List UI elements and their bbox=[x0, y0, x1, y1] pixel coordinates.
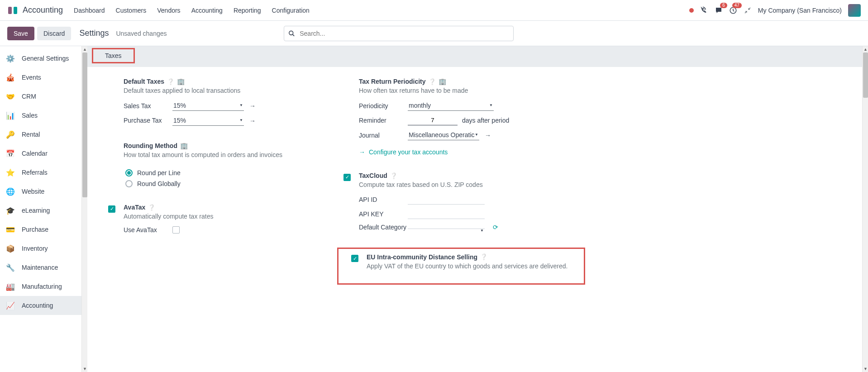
svg-rect-0 bbox=[8, 7, 12, 14]
journal-link-icon[interactable]: → bbox=[485, 132, 491, 139]
reminder-input[interactable] bbox=[408, 115, 458, 125]
sidebar-item-crm[interactable]: 🤝CRM bbox=[0, 87, 81, 106]
company-switcher[interactable]: My Company (San Francisco) bbox=[758, 7, 842, 14]
sidebar-item-elearning[interactable]: 🎓eLearning bbox=[0, 201, 81, 220]
default-category-label: Default Category bbox=[359, 224, 408, 231]
nav-reporting[interactable]: Reporting bbox=[234, 7, 261, 14]
purchase-icon: 💳 bbox=[5, 224, 15, 234]
nav-configuration[interactable]: Configuration bbox=[272, 7, 310, 14]
sales-tax-link-icon[interactable]: → bbox=[249, 102, 256, 110]
app-logo-icon[interactable] bbox=[7, 5, 18, 16]
purchase-tax-link-icon[interactable]: → bbox=[249, 117, 256, 124]
search-icon bbox=[288, 30, 295, 37]
sidebar-item-purchase[interactable]: 💳Purchase bbox=[0, 220, 81, 239]
sales-tax-label: Sales Tax bbox=[124, 102, 172, 110]
search-wrap bbox=[284, 26, 514, 41]
avatax-block: ✓ AvaTax ❔ Automatically compute tax rat… bbox=[124, 204, 341, 234]
sidebar-item-manufacturing[interactable]: 🏭Manufacturing bbox=[0, 277, 81, 296]
sidebar-item-label: Website bbox=[22, 188, 44, 195]
configure-tax-accounts-link[interactable]: → Configure your tax accounts bbox=[359, 148, 448, 156]
sidebar-item-label: Purchase bbox=[22, 226, 48, 233]
eu-distance-checkbox[interactable]: ✓ bbox=[351, 255, 358, 262]
rounding-title: Rounding Method bbox=[124, 142, 177, 149]
periodicity-select[interactable]: monthly bbox=[408, 100, 494, 111]
sidebar-item-label: General Settings bbox=[22, 55, 69, 62]
elearning-icon: 🎓 bbox=[5, 205, 15, 215]
inventory-icon: 📦 bbox=[5, 243, 15, 253]
journal-select[interactable]: Miscellaneous Operatic bbox=[408, 130, 479, 140]
user-avatar[interactable] bbox=[848, 4, 861, 17]
sidebar-item-rental[interactable]: 🔑Rental bbox=[0, 125, 81, 144]
sales-tax-select[interactable]: 15% bbox=[172, 100, 244, 111]
sidebar-item-label: Rental bbox=[22, 131, 40, 138]
help-icon[interactable]: ❔ bbox=[148, 204, 155, 211]
eu-distance-block: ✓ EU Intra-community Distance Selling ❔ … bbox=[367, 253, 577, 270]
tax-return-block: Tax Return Periodicity ❔ 🏢 How often tax… bbox=[359, 78, 576, 156]
sidebar-item-maintenance[interactable]: 🔧Maintenance bbox=[0, 258, 81, 277]
api-id-input[interactable] bbox=[408, 195, 485, 205]
sidebar-item-calendar[interactable]: 📅Calendar bbox=[0, 144, 81, 163]
messages-icon[interactable]: 6 bbox=[715, 6, 723, 14]
presence-dot-icon[interactable] bbox=[689, 8, 694, 13]
sidebar-item-events[interactable]: 🎪Events bbox=[0, 68, 81, 87]
taxcloud-title: TaxCloud bbox=[359, 172, 387, 179]
sidebar-scrollbar[interactable]: ▲ ▼ bbox=[81, 46, 87, 372]
round-per-line-label: Round per Line bbox=[137, 169, 181, 176]
taxcloud-checkbox[interactable]: ✓ bbox=[343, 174, 351, 181]
sidebar-item-inventory[interactable]: 📦Inventory bbox=[0, 239, 81, 258]
settings-sidebar: ⚙️General Settings🎪Events🤝CRM📊Sales🔑Rent… bbox=[0, 46, 81, 372]
purchase-tax-select[interactable]: 15% bbox=[172, 115, 244, 126]
nav-vendors[interactable]: Vendors bbox=[157, 7, 180, 14]
main-scrollbar[interactable]: ▲ ▼ bbox=[862, 46, 868, 372]
calendar-icon: 📅 bbox=[5, 148, 15, 158]
activities-icon[interactable]: 47 bbox=[729, 6, 737, 14]
avatax-checkbox[interactable]: ✓ bbox=[108, 205, 115, 213]
use-avatax-label: Use AvaTax bbox=[124, 226, 172, 234]
round-globally-radio[interactable]: Round Globally bbox=[125, 180, 341, 187]
sidebar-item-label: Inventory bbox=[22, 245, 48, 252]
api-key-input[interactable] bbox=[408, 209, 485, 219]
purchase-tax-label: Purchase Tax bbox=[124, 117, 172, 124]
tools-icon[interactable] bbox=[744, 6, 752, 14]
events-icon: 🎪 bbox=[5, 72, 15, 82]
round-per-line-radio[interactable]: Round per Line bbox=[125, 169, 341, 176]
referrals-icon: ⭐ bbox=[5, 167, 15, 177]
sidebar-item-referrals[interactable]: ⭐Referrals bbox=[0, 163, 81, 182]
use-avatax-checkbox[interactable] bbox=[172, 226, 180, 234]
sidebar-item-label: Maintenance bbox=[22, 264, 58, 271]
sidebar-item-website[interactable]: 🌐Website bbox=[0, 182, 81, 201]
sidebar-item-label: CRM bbox=[22, 93, 36, 100]
company-scope-icon[interactable]: 🏢 bbox=[439, 78, 446, 85]
taxes-section-title: Taxes bbox=[92, 48, 135, 63]
phone-icon[interactable] bbox=[700, 6, 708, 14]
save-button[interactable]: Save bbox=[7, 27, 34, 40]
help-icon[interactable]: ❔ bbox=[390, 172, 397, 179]
sidebar-item-label: Calendar bbox=[22, 150, 48, 157]
nav-dashboard[interactable]: Dashboard bbox=[74, 7, 105, 14]
unsaved-indicator: Unsaved changes bbox=[116, 30, 167, 37]
search-input[interactable] bbox=[284, 26, 514, 41]
sidebar-item-general-settings[interactable]: ⚙️General Settings bbox=[0, 49, 81, 68]
refresh-icon[interactable]: ⟳ bbox=[493, 224, 498, 231]
help-icon[interactable]: ❔ bbox=[480, 253, 487, 260]
discard-button[interactable]: Discard bbox=[37, 27, 71, 40]
sidebar-item-sales[interactable]: 📊Sales bbox=[0, 106, 81, 125]
sidebar-item-label: Events bbox=[22, 74, 41, 81]
rental-icon: 🔑 bbox=[5, 129, 15, 139]
default-taxes-title: Default Taxes bbox=[124, 78, 164, 85]
sidebar-item-accounting[interactable]: 📈Accounting bbox=[0, 296, 81, 315]
rounding-block: Rounding Method 🏢 How total tax amount i… bbox=[124, 142, 341, 187]
section-header: Taxes bbox=[87, 46, 862, 67]
app-name[interactable]: Accounting bbox=[23, 5, 63, 15]
general-settings-icon: ⚙️ bbox=[5, 53, 15, 63]
crm-icon: 🤝 bbox=[5, 91, 15, 101]
svg-rect-1 bbox=[14, 7, 17, 14]
taxcloud-desc: Compute tax rates based on U.S. ZIP code… bbox=[359, 181, 576, 188]
nav-accounting[interactable]: Accounting bbox=[191, 7, 223, 14]
company-scope-icon[interactable]: 🏢 bbox=[177, 78, 185, 85]
nav-customers[interactable]: Customers bbox=[116, 7, 147, 14]
default-category-select[interactable] bbox=[408, 226, 485, 229]
help-icon[interactable]: ❔ bbox=[167, 78, 174, 85]
help-icon[interactable]: ❔ bbox=[429, 78, 436, 85]
company-scope-icon[interactable]: 🏢 bbox=[180, 142, 188, 149]
